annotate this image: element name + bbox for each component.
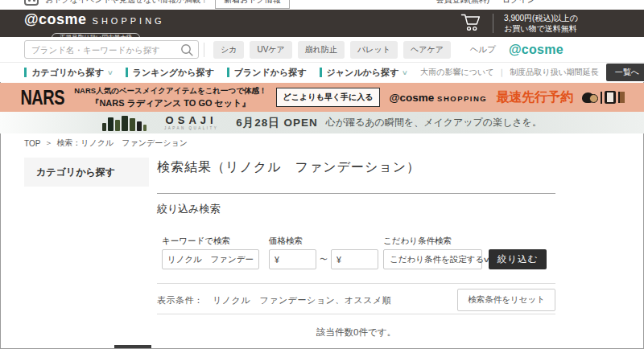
nav-accent-bar	[126, 68, 128, 77]
tag-cica[interactable]: シカ	[213, 41, 244, 59]
divider	[157, 283, 555, 284]
nav-accent-bar	[24, 68, 27, 77]
result-count-text: 該当件数0件です。	[157, 326, 555, 339]
price-min-input[interactable]	[269, 249, 316, 269]
header-divider	[493, 14, 493, 33]
site-header: @cosme SHOPPING 正規品取り扱い国内最大級 3,900円(税込)以…	[0, 10, 644, 37]
nars-presale-text: 最速先行予約	[496, 89, 573, 106]
search-box	[24, 40, 199, 59]
refine-search-form: キーワードで検索 価格検索 こだわり条件検索 〜 こだわり条件を設定する ∨ 絞…	[157, 236, 555, 273]
main-nav: カテゴリから探す ∨ ランキングから探す ブランドから探す ジャンルから探す ∨…	[0, 62, 644, 82]
price-range-tilde: 〜	[320, 254, 328, 265]
tag-smudge-proof[interactable]: 崩れ防止	[298, 41, 345, 59]
page-title: 検索結果（リノクル ファンデーション）	[157, 159, 420, 176]
tag-palette[interactable]: パレット	[350, 41, 398, 59]
search-results-main: 検索結果（リノクル ファンデーション） 絞り込み検索 キーワードで検索 価格検索…	[157, 153, 555, 349]
cart-icon[interactable]	[460, 12, 482, 35]
keyword-input[interactable]	[162, 249, 259, 269]
nav-accent-bar	[320, 68, 322, 77]
nars-copy: NARS人気のベースメイクアイテムをこれ一つで体感！ 『NARS ラディアンス …	[74, 86, 266, 109]
divider	[157, 193, 555, 194]
price-max-input[interactable]	[331, 249, 378, 269]
nars-logo: NARS	[20, 85, 64, 109]
app-icon	[24, 0, 39, 6]
login-link[interactable]: ログイン	[502, 0, 535, 6]
nars-early-badge: どこよりも早く手に入る	[276, 88, 381, 107]
osaji-promo-banner[interactable]: OSAJI JAPAN QUALITY 6月28日 OPEN 心が躍るあの瞬間を…	[0, 112, 644, 133]
top-promo-strip: おトクなイベントや見逃せない情報が満載！ 新着おトク情報 会員登録(無料) ログ…	[0, 0, 644, 10]
refine-search-title: 絞り込み検索	[157, 202, 221, 216]
condition-select[interactable]: こだわり条件を設定する ∨	[383, 249, 482, 269]
condition-label: こだわり条件検索	[383, 236, 452, 247]
display-condition-text: 表示条件： リノクル ファンデーション、オススメ順	[157, 294, 391, 306]
logo-shopping-text: SHOPPING	[93, 16, 165, 26]
notice-list-button[interactable]: 一覧へ	[606, 64, 644, 81]
cosme-home-link[interactable]: @cosme	[509, 43, 564, 57]
price-label: 価格検索	[269, 236, 303, 247]
breadcrumb-current: 検索：リノクル ファンデーション	[56, 138, 188, 149]
breadcrumb: TOP ＞ 検索：リノクル ファンデーション	[24, 133, 188, 153]
free-shipping-note: 3,900円(税込)以上の お買い物で送料無料	[504, 13, 578, 35]
new-info-button[interactable]: 新着おトク情報	[215, 0, 290, 9]
notice-separator: ｜	[497, 67, 506, 78]
search-icon[interactable]	[180, 43, 194, 60]
chevron-down-icon: ∨	[402, 69, 408, 76]
chevron-down-icon: ∨	[107, 69, 114, 76]
nars-shop-logo: @cosme SHOPPING	[389, 92, 487, 104]
osaji-copy: 6月28日 OPEN 心が躍るあの瞬間を、メイクアップの楽しさを。	[236, 116, 542, 130]
breadcrumb-separator: ＞	[44, 138, 52, 149]
nars-promo-banner[interactable]: NARS NARS人気のベースメイクアイテムをこれ一つで体感！ 『NARS ラデ…	[0, 83, 644, 112]
tag-haircare[interactable]: ヘアケア	[403, 41, 451, 59]
osaji-product-images	[102, 114, 147, 131]
quick-tags: シカ UVケア 崩れ防止 パレット ヘアケア	[213, 41, 451, 59]
nav-category[interactable]: カテゴリから探す ∨	[24, 67, 113, 79]
help-link[interactable]: ヘルプ	[470, 44, 496, 55]
register-link[interactable]: 会員登録(無料)	[436, 0, 489, 6]
notice-rain-link[interactable]: 大雨の影響について	[420, 67, 493, 78]
nars-product-images	[582, 91, 625, 104]
sidebar: カテゴリから探す	[24, 158, 149, 187]
notice-extension-link[interactable]: 制度品取り扱い期間延長	[510, 67, 598, 78]
divider	[204, 43, 204, 57]
nav-accent-bar	[227, 68, 229, 77]
breadcrumb-top-link[interactable]: TOP	[24, 139, 40, 148]
osaji-logo: OSAJI JAPAN QUALITY	[164, 115, 218, 131]
filter-button[interactable]: 絞り込む	[489, 249, 547, 269]
footer-edge	[114, 345, 151, 348]
tag-uvcare[interactable]: UVケア	[250, 41, 291, 59]
nav-genre[interactable]: ジャンルから探す ∨	[320, 67, 408, 79]
divider	[157, 314, 555, 314]
logo-cosme-text: @cosme	[24, 11, 87, 28]
reset-conditions-button[interactable]: 検索条件をリセット	[457, 289, 555, 311]
top-promo-text: おトクなイベントや見逃せない情報が満載！	[45, 0, 208, 6]
display-condition-row: 表示条件： リノクル ファンデーション、オススメ順 検索条件をリセット	[157, 289, 555, 310]
keyword-label: キーワードで検索	[162, 236, 230, 247]
page: おトクなイベントや見逃せない情報が満載！ 新着おトク情報 会員登録(無料) ログ…	[0, 0, 644, 349]
search-input[interactable]	[25, 41, 198, 58]
nav-ranking[interactable]: ランキングから探す	[126, 67, 214, 79]
sidebar-category-header[interactable]: カテゴリから探す	[24, 158, 149, 187]
nav-brand[interactable]: ブランドから探す	[227, 67, 307, 79]
search-row: シカ UVケア 崩れ防止 パレット ヘアケア ヘルプ @cosme	[0, 37, 644, 62]
